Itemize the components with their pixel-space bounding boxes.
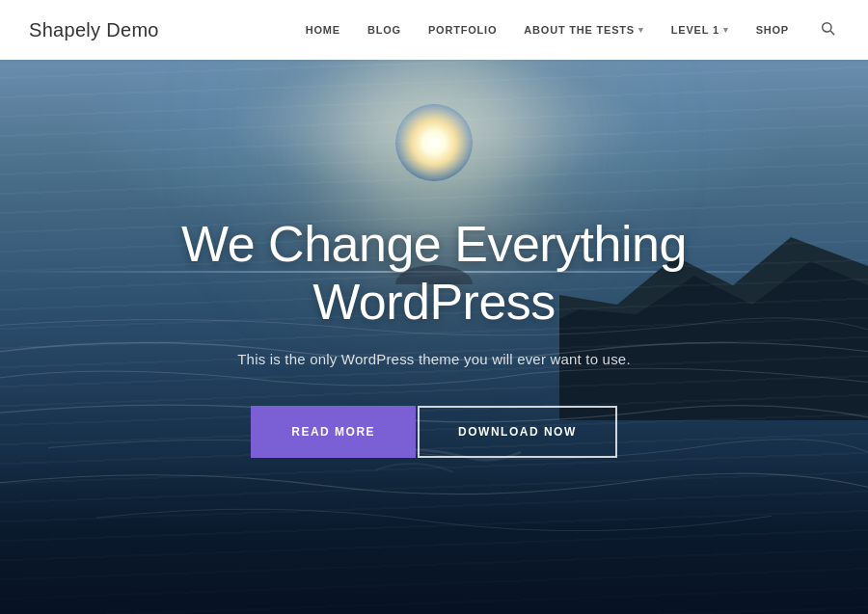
nav-item-level1[interactable]: LEVEL 1 ▾ xyxy=(658,24,743,36)
svg-point-0 xyxy=(823,23,831,32)
main-nav: HOME BLOG PORTFOLIO ABOUT THE TESTS ▾ LE… xyxy=(292,16,839,43)
nav-item-about[interactable]: ABOUT THE TESTS ▾ xyxy=(510,24,657,36)
search-icon[interactable] xyxy=(816,16,839,43)
nav-item-blog[interactable]: BLOG xyxy=(354,24,415,36)
hero-section: We Change Everything WordPress This is t… xyxy=(0,60,868,614)
hero-title: We Change Everything WordPress xyxy=(181,216,687,332)
hero-content: We Change Everything WordPress This is t… xyxy=(0,60,868,614)
hero-subtitle: This is the only WordPress theme you wil… xyxy=(237,351,631,367)
site-header: Shapely Demo HOME BLOG PORTFOLIO ABOUT T… xyxy=(0,0,868,60)
nav-item-shop[interactable]: SHOP xyxy=(743,24,802,36)
svg-line-1 xyxy=(830,31,833,34)
nav-item-portfolio[interactable]: PORTFOLIO xyxy=(415,24,510,36)
read-more-button[interactable]: READ MORE xyxy=(251,406,416,458)
chevron-down-icon: ▾ xyxy=(638,25,644,35)
nav-item-home[interactable]: HOME xyxy=(292,24,354,36)
site-title[interactable]: Shapely Demo xyxy=(29,19,159,41)
hero-buttons: READ MORE DOWNLOAD NOW xyxy=(251,406,617,458)
download-now-button[interactable]: DOWNLOAD NOW xyxy=(418,406,617,458)
chevron-down-icon: ▾ xyxy=(723,25,729,35)
